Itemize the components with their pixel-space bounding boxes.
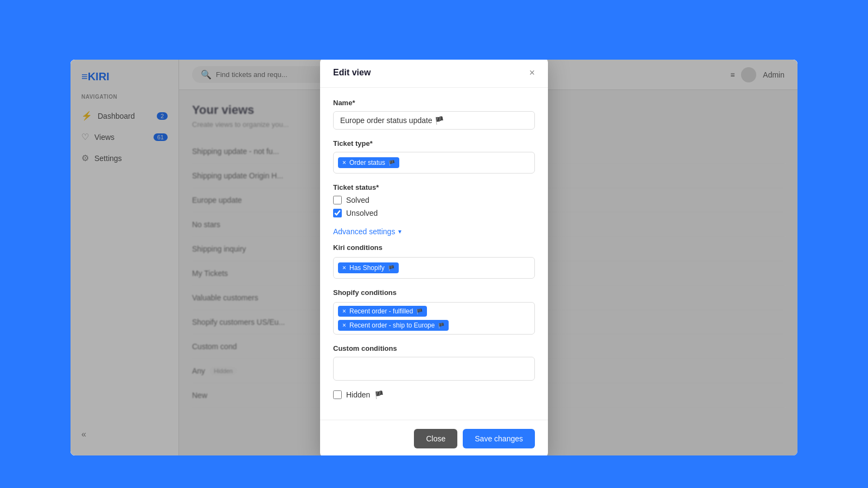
unsolved-checkbox[interactable] [333, 209, 342, 217]
tag-flag-icon: 🏴 [388, 265, 394, 271]
solved-checkbox-item[interactable]: Solved [333, 196, 535, 204]
app-container: ≡KIRI NAVIGATION ⚡ Dashboard 2 ♡ Views 6… [71, 60, 797, 455]
close-button[interactable]: Close [414, 429, 457, 448]
ticket-type-input-area[interactable]: × Order status 🏴 [333, 152, 535, 174]
modal-footer: Close Save changes [320, 420, 548, 455]
hidden-flag-icon: 🏴 [374, 390, 384, 399]
shopify-tag-1[interactable]: × Recent order - ship to Europe 🏴 [338, 320, 449, 331]
tag-remove-icon: × [342, 264, 346, 272]
tag-remove-icon: × [342, 307, 346, 315]
modal-body: Name* Ticket type* × Order status 🏴 Tick… [320, 88, 548, 420]
unsolved-label: Unsolved [346, 209, 378, 217]
edit-view-modal: Edit view × Name* Ticket type* × Order s… [320, 60, 548, 455]
tag-label: Has Shopify [349, 264, 385, 272]
shopify-conditions-input-area[interactable]: × Recent order - fulfilled 🏴 × Recent or… [333, 302, 535, 335]
shopify-tag-0[interactable]: × Recent order - fulfilled 🏴 [338, 306, 427, 317]
tag-flag-icon: 🏴 [438, 323, 444, 329]
ticket-status-checkboxes: Solved Unsolved [333, 196, 535, 217]
chevron-down-icon: ▾ [398, 228, 401, 235]
save-changes-button[interactable]: Save changes [463, 429, 535, 448]
shopify-conditions-group: Shopify conditions × Recent order - fulf… [333, 288, 535, 335]
modal-close-button[interactable]: × [529, 68, 535, 78]
custom-conditions-label: Custom conditions [333, 344, 535, 352]
name-input[interactable] [333, 111, 535, 130]
kiri-conditions-tag[interactable]: × Has Shopify 🏴 [338, 262, 399, 273]
ticket-type-group: Ticket type* × Order status 🏴 [333, 139, 535, 174]
hidden-group: Hidden 🏴 [333, 390, 535, 399]
kiri-conditions-label: Kiri conditions [333, 243, 535, 252]
tag-flag-icon: 🏴 [388, 160, 395, 166]
unsolved-checkbox-item[interactable]: Unsolved [333, 209, 535, 217]
tag-label: Recent order - ship to Europe [349, 322, 435, 329]
tag-label: Recent order - fulfilled [349, 307, 413, 315]
custom-conditions-input-area[interactable] [333, 357, 535, 381]
modal-header: Edit view × [320, 60, 548, 88]
hidden-checkbox-item[interactable]: Hidden 🏴 [333, 390, 535, 399]
tag-label: Order status [349, 159, 385, 166]
kiri-conditions-input-area[interactable]: × Has Shopify 🏴 [333, 257, 535, 279]
ticket-status-group: Ticket status* Solved Unsolved [333, 183, 535, 217]
custom-conditions-group: Custom conditions [333, 344, 535, 381]
advanced-settings-toggle[interactable]: Advanced settings ▾ [333, 227, 535, 236]
modal-title: Edit view [333, 68, 371, 78]
solved-label: Solved [346, 196, 369, 204]
hidden-label: Hidden [346, 390, 370, 399]
ticket-status-label: Ticket status* [333, 183, 535, 191]
shopify-conditions-label: Shopify conditions [333, 288, 535, 297]
solved-checkbox[interactable] [333, 196, 342, 204]
hidden-checkbox[interactable] [333, 390, 342, 399]
advanced-settings-label: Advanced settings [333, 227, 395, 236]
tag-remove-icon: × [342, 159, 346, 166]
kiri-conditions-group: Kiri conditions × Has Shopify 🏴 [333, 243, 535, 279]
tag-flag-icon: 🏴 [416, 309, 423, 314]
ticket-type-label: Ticket type* [333, 139, 535, 147]
name-label: Name* [333, 99, 535, 107]
name-field-group: Name* [333, 99, 535, 130]
ticket-type-tag[interactable]: × Order status 🏴 [338, 157, 399, 168]
tag-remove-icon: × [342, 322, 346, 329]
